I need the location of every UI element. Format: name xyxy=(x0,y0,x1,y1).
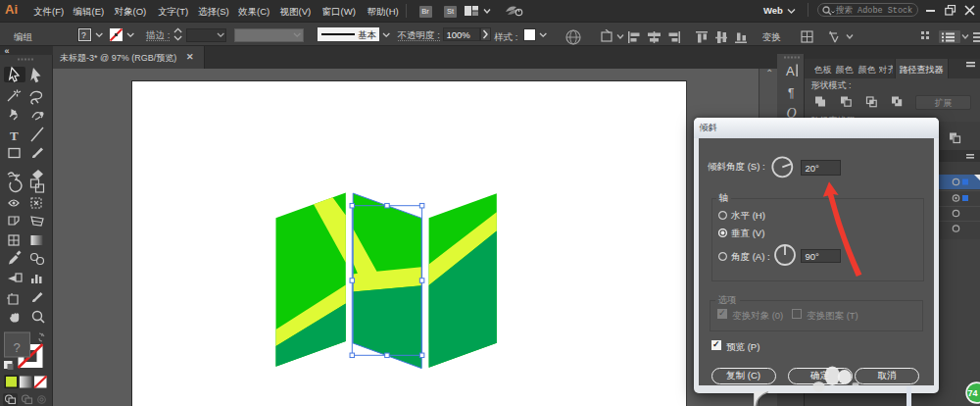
svg-text:?: ? xyxy=(14,340,21,355)
svg-text:T: T xyxy=(10,128,19,143)
svg-text:¶: ¶ xyxy=(788,86,794,100)
svg-text:A: A xyxy=(786,64,795,78)
